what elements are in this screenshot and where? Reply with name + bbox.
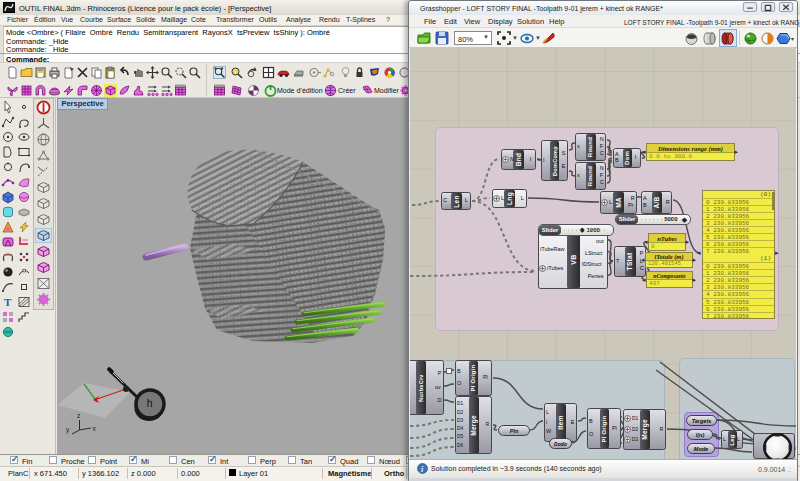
- svg-text:z: z: [77, 412, 80, 419]
- svg-text:y: y: [66, 426, 70, 434]
- svg-text:T: T: [4, 296, 12, 308]
- svg-text:x: x: [93, 425, 97, 432]
